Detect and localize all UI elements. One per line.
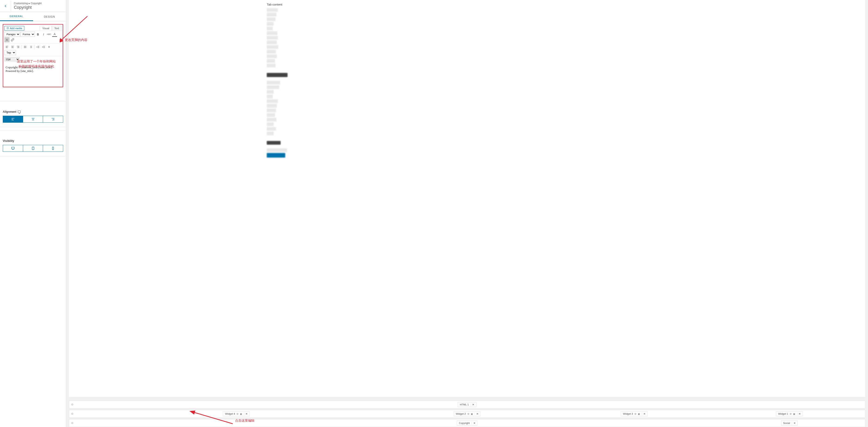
align-right-icon: [17, 45, 20, 49]
close-icon[interactable]: ✕: [244, 413, 248, 416]
number-list-button[interactable]: [28, 44, 33, 50]
align-left-option[interactable]: [3, 116, 23, 123]
close-icon[interactable]: ✕: [475, 413, 478, 416]
align-center-button[interactable]: [10, 44, 15, 50]
visibility-desktop[interactable]: [3, 145, 23, 152]
page-title: Copyright: [14, 5, 63, 10]
footer-builder: ⚙ HTML 1 ✕ ⚙ Widget 4 ⚙ ▣ ✕ Widget 2 ⚙ ▣…: [69, 399, 865, 427]
visibility-buttons: [3, 145, 63, 152]
svg-point-15: [24, 48, 24, 48]
svg-rect-38: [32, 147, 34, 150]
eye-icon[interactable]: ▣: [471, 413, 473, 415]
link-icon: [11, 38, 14, 41]
alignment-buttons: [3, 116, 63, 123]
formats-select[interactable]: Formats: [21, 32, 35, 37]
tab-general[interactable]: GENERAL: [0, 12, 33, 21]
bgcolor-button[interactable]: A: [4, 37, 9, 42]
widget-1[interactable]: Widget 1 ⚙ ▣ ✕: [776, 411, 803, 416]
close-icon[interactable]: ✕: [792, 422, 796, 425]
close-icon[interactable]: ✕: [642, 413, 646, 416]
close-icon[interactable]: ✕: [797, 413, 801, 416]
annotation-footer-note: 更改页脚的内容: [65, 38, 88, 42]
widget-label: Widget 4: [225, 413, 235, 415]
eye-icon[interactable]: ▣: [638, 413, 640, 415]
gear-icon[interactable]: ⚙: [237, 413, 239, 415]
gear-icon[interactable]: ⚙: [467, 413, 469, 415]
align-left-icon: [5, 45, 8, 49]
widget-label: Copyright: [459, 422, 470, 424]
footer-row-3[interactable]: ⚙ Copyright ✕ Social ✕: [69, 419, 865, 427]
indent-icon: [42, 45, 45, 49]
align-right-button[interactable]: [16, 44, 21, 50]
preview-tab-heading: Tab content: [267, 3, 861, 6]
widget-2[interactable]: Widget 2 ⚙ ▣ ✕: [454, 411, 480, 416]
widget-label: Widget 1: [778, 413, 788, 415]
preview-area: Tab content: [66, 0, 868, 427]
annotation-click-edit: 点击这里编辑: [235, 419, 254, 423]
eye-icon[interactable]: ▣: [240, 413, 242, 415]
svg-rect-35: [11, 147, 14, 149]
align-center-option[interactable]: [23, 116, 43, 123]
widget-html1[interactable]: HTML 1 ✕: [458, 402, 476, 407]
widget-label: HTML 1: [460, 403, 469, 406]
align-right-option[interactable]: [43, 116, 63, 123]
mode-text[interactable]: Text: [52, 26, 62, 31]
outdent-button[interactable]: [35, 44, 40, 50]
ul-icon: [24, 45, 27, 49]
textcolor-button[interactable]: A: [52, 32, 57, 37]
media-icon: [6, 27, 9, 29]
align-center-icon: [11, 45, 14, 49]
close-icon[interactable]: ✕: [472, 422, 475, 425]
bold-button[interactable]: B: [35, 32, 40, 37]
footer-row-1[interactable]: ⚙ HTML 1 ✕: [69, 401, 865, 408]
alignment-label: Alignment: [3, 110, 63, 113]
panel-header: Customizing ▸ Copyright Copyright: [0, 0, 66, 12]
align-left-button[interactable]: [4, 44, 9, 50]
tags-select[interactable]: Tags: [4, 50, 16, 55]
add-media-label: Add media: [10, 27, 22, 30]
widget-label: Widget 2: [456, 413, 466, 415]
eye-icon[interactable]: ▣: [793, 413, 795, 415]
mode-visual[interactable]: Visual: [40, 26, 52, 31]
strike-button[interactable]: ABC: [46, 32, 52, 37]
panel-tabs: GENERAL DESIGN: [0, 12, 66, 21]
indent-button[interactable]: [41, 44, 46, 50]
widget-label: Social: [783, 422, 790, 424]
gear-icon[interactable]: ⚙: [71, 412, 73, 416]
svg-rect-39: [53, 147, 54, 150]
footer-row-2[interactable]: ⚙ Widget 4 ⚙ ▣ ✕ Widget 2 ⚙ ▣ ✕ Widget 3…: [69, 410, 865, 418]
annotation-shortcode-note: 这里运用了一个年份和网站 标题的简码来实现自动化: [14, 59, 59, 69]
back-button[interactable]: [0, 0, 11, 11]
italic-button[interactable]: I: [41, 32, 46, 37]
wysiwyg-editor: Add media Visual Text Paragraph Formats …: [3, 24, 63, 87]
customizer-sidebar: Customizing ▸ Copyright Copyright GENERA…: [0, 0, 66, 427]
link-button[interactable]: [10, 37, 15, 42]
paragraph-select[interactable]: Paragraph: [4, 32, 20, 37]
bullet-list-button[interactable]: [23, 44, 28, 50]
ol-icon: [29, 45, 32, 49]
widget-3[interactable]: Widget 3 ⚙ ▣ ✕: [621, 411, 648, 416]
outdent-icon: [36, 45, 39, 49]
gear-icon[interactable]: ⚙: [634, 413, 637, 415]
add-media-button[interactable]: Add media: [4, 26, 24, 31]
gear-icon[interactable]: ⚙: [71, 422, 73, 425]
svg-point-0: [7, 28, 8, 28]
widget-label: Widget 3: [623, 413, 633, 415]
insert-button[interactable]: +: [46, 44, 52, 50]
gear-icon[interactable]: ⚙: [789, 413, 792, 415]
visibility-tablet[interactable]: [23, 145, 43, 152]
close-icon[interactable]: ✕: [470, 403, 474, 406]
widget-4[interactable]: Widget 4 ⚙ ▣ ✕: [223, 411, 250, 416]
tab-design[interactable]: DESIGN: [33, 12, 66, 21]
gear-icon[interactable]: ⚙: [71, 403, 73, 406]
breadcrumb: Customizing ▸ Copyright: [14, 2, 63, 5]
desktop-icon: [18, 111, 21, 113]
widget-social[interactable]: Social ✕: [781, 421, 798, 426]
preview-blurred-content: [267, 8, 861, 158]
visibility-label: Visibility: [3, 139, 63, 143]
svg-point-1: [7, 27, 8, 29]
widget-copyright[interactable]: Copyright ✕: [457, 421, 477, 426]
visibility-mobile[interactable]: [43, 145, 63, 152]
